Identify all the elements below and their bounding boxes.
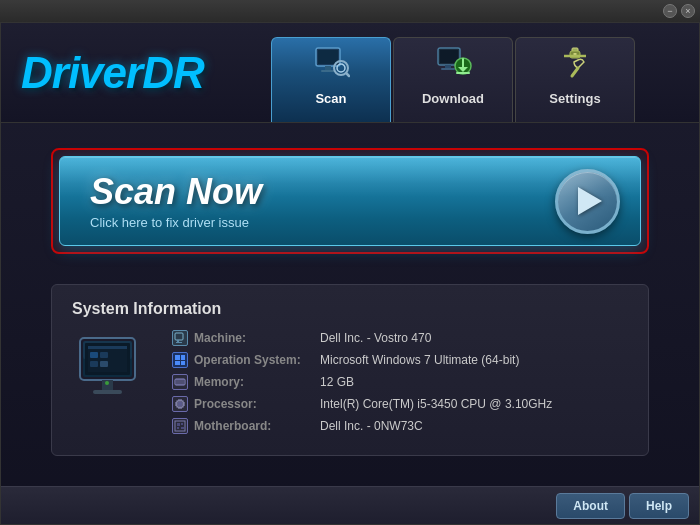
sys-row-motherboard: Motherboard: Dell Inc. - 0NW73C [172, 418, 628, 434]
svg-rect-31 [100, 352, 108, 358]
footer: About Help [1, 486, 699, 524]
motherboard-icon [172, 418, 188, 434]
app-logo: DriverDR [21, 48, 204, 98]
scan-play-button[interactable] [555, 169, 620, 234]
svg-rect-59 [177, 427, 179, 429]
memory-label: Memory: [194, 375, 314, 389]
motherboard-label: Motherboard: [194, 419, 314, 433]
system-info-section: System Information [51, 284, 649, 456]
machine-value: Dell Inc. - Vostro 470 [320, 331, 431, 345]
svg-rect-39 [175, 361, 180, 365]
svg-rect-35 [177, 340, 179, 342]
processor-icon [172, 396, 188, 412]
play-arrow-icon [578, 187, 602, 215]
svg-point-27 [105, 381, 109, 385]
os-icon [172, 352, 188, 368]
memory-value: 12 GB [320, 375, 354, 389]
scan-now-text: Scan Now [90, 172, 262, 212]
monitor-icon [72, 330, 152, 405]
tab-scan[interactable]: Scan [271, 37, 391, 122]
svg-rect-28 [88, 346, 127, 372]
memory-icon [172, 374, 188, 390]
svg-line-6 [346, 73, 349, 76]
svg-rect-3 [321, 70, 335, 72]
content-area: Scan Now Click here to fix driver issue … [1, 123, 699, 481]
close-button[interactable]: × [681, 4, 695, 18]
download-tab-icon [434, 46, 472, 87]
settings-tab-label: Settings [549, 91, 600, 106]
svg-rect-47 [178, 402, 182, 406]
help-button[interactable]: Help [629, 493, 689, 519]
svg-rect-1 [318, 50, 338, 64]
motherboard-value: Dell Inc. - 0NW73C [320, 419, 423, 433]
scan-now-wrapper: Scan Now Click here to fix driver issue [51, 148, 649, 254]
svg-rect-29 [88, 346, 127, 349]
svg-rect-38 [181, 355, 185, 360]
svg-rect-2 [325, 66, 331, 70]
about-button[interactable]: About [556, 493, 625, 519]
os-value: Microsoft Windows 7 Ultimate (64-bit) [320, 353, 519, 367]
svg-rect-30 [90, 352, 98, 358]
svg-rect-33 [100, 361, 108, 367]
system-info-body: Machine: Dell Inc. - Vostro 470 Operatio… [72, 330, 628, 440]
scan-tab-label: Scan [315, 91, 346, 106]
processor-label: Processor: [194, 397, 314, 411]
svg-rect-36 [176, 342, 182, 343]
os-label: Operation System: [194, 353, 314, 367]
svg-rect-9 [445, 65, 451, 68]
main-window: DriverDR Scan [0, 22, 700, 525]
svg-rect-57 [177, 423, 180, 426]
nav-tabs: Scan Download [261, 23, 699, 122]
scan-now-subtext: Click here to fix driver issue [90, 215, 262, 230]
header: DriverDR Scan [1, 23, 699, 123]
sys-row-memory: Memory: 12 GB [172, 374, 628, 390]
sys-row-os: Operation System: Microsoft Windows 7 Ul… [172, 352, 628, 368]
svg-rect-41 [175, 379, 185, 385]
svg-rect-26 [93, 390, 122, 394]
scan-tab-icon [312, 46, 350, 87]
sys-row-machine: Machine: Dell Inc. - Vostro 470 [172, 330, 628, 346]
svg-line-20 [572, 68, 578, 76]
title-bar: − × [0, 0, 700, 22]
machine-icon [172, 330, 188, 346]
tab-settings[interactable]: Settings [515, 37, 635, 122]
svg-rect-58 [181, 423, 183, 425]
processor-value: Intel(R) Core(TM) i5-3450 CPU @ 3.10GHz [320, 397, 552, 411]
svg-rect-32 [90, 361, 98, 367]
machine-label: Machine: [194, 331, 314, 345]
svg-rect-10 [441, 68, 455, 70]
sys-row-processor: Processor: Intel(R) Core(TM) i5-3450 CPU… [172, 396, 628, 412]
tab-download[interactable]: Download [393, 37, 513, 122]
svg-rect-37 [175, 355, 180, 360]
minimize-button[interactable]: − [663, 4, 677, 18]
svg-rect-8 [440, 50, 458, 63]
logo-area: DriverDR [1, 23, 261, 122]
download-tab-label: Download [422, 91, 484, 106]
system-info-title: System Information [72, 300, 628, 318]
settings-tab-icon [556, 46, 594, 87]
scan-text-area: Scan Now Click here to fix driver issue [90, 172, 262, 231]
svg-point-5 [337, 64, 345, 72]
scan-now-button[interactable]: Scan Now Click here to fix driver issue [59, 156, 641, 246]
svg-rect-34 [175, 333, 183, 340]
svg-rect-60 [181, 427, 184, 429]
svg-rect-40 [181, 361, 185, 365]
sys-info-table: Machine: Dell Inc. - Vostro 470 Operatio… [172, 330, 628, 440]
